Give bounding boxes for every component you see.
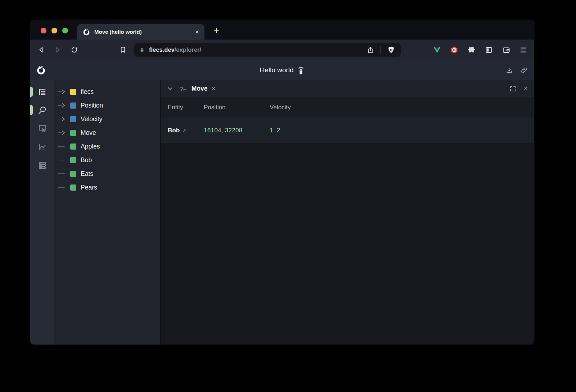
tree-item-label: Apples xyxy=(81,143,100,150)
entity-kind-swatch xyxy=(70,89,76,95)
navigation-bar: flecs.dev /explorer/ xyxy=(30,40,534,60)
column-header-velocity[interactable]: Velocity xyxy=(270,104,534,111)
brave-shield-icon[interactable] xyxy=(386,45,396,55)
table-row[interactable]: Bob ↗ 16104, 32208 1, 2 xyxy=(161,118,534,143)
zoom-window-button[interactable] xyxy=(62,28,68,33)
tree-item-label: Position xyxy=(81,102,103,109)
tree-item-label: Eats xyxy=(81,170,93,178)
tree-item[interactable]: Bob xyxy=(57,153,160,167)
entity-kind-swatch xyxy=(70,130,76,136)
panel-close-icon[interactable]: × xyxy=(524,85,528,92)
entity-kind-swatch xyxy=(70,116,76,122)
entity-kind-swatch xyxy=(70,143,76,150)
address-bar[interactable]: flecs.dev /explorer/ xyxy=(134,43,401,57)
browser-tab[interactable]: Move (hello world) × xyxy=(77,24,204,40)
tree-item[interactable]: Position xyxy=(57,99,160,112)
icon-sidebar xyxy=(30,80,54,345)
query-title: Move xyxy=(192,85,208,92)
tab-title: Move (hello world) xyxy=(94,29,195,35)
app-header: Hello world xyxy=(30,60,534,80)
expand-arrow-icon xyxy=(57,143,70,150)
entity-kind-swatch xyxy=(70,184,76,191)
url-path: /explorer/ xyxy=(175,46,201,53)
query-results-empty-area xyxy=(161,143,534,345)
entity-kind-swatch xyxy=(70,102,76,109)
browser-window: Move (hello world) × + flecs.dev xyxy=(30,20,534,345)
tab-strip: Move (hello world) × + xyxy=(30,20,534,40)
expand-arrow-icon[interactable] xyxy=(57,102,70,109)
app-content: flecs Position Velocity xyxy=(30,80,534,345)
sidebar-item-tree[interactable] xyxy=(30,84,54,100)
expand-arrow-icon xyxy=(57,184,70,191)
app-header-actions xyxy=(505,60,528,80)
entity-kind-swatch xyxy=(70,171,76,177)
column-header-position[interactable]: Position xyxy=(204,104,270,111)
remote-connection-icon xyxy=(297,66,305,75)
tree-item[interactable]: flecs xyxy=(57,85,160,99)
entity-link-arrow-icon[interactable]: ↗ xyxy=(182,128,186,133)
tree-item[interactable]: Eats xyxy=(57,167,160,181)
download-icon[interactable] xyxy=(505,67,513,74)
table-header-row: Entity Position Velocity xyxy=(161,97,534,118)
tree-item-label: Velocity xyxy=(81,115,102,123)
new-tab-button[interactable]: + xyxy=(212,25,221,36)
column-header-entity[interactable]: Entity xyxy=(168,104,204,111)
tree-item[interactable]: Move xyxy=(57,126,160,140)
fullscreen-icon[interactable] xyxy=(510,86,516,92)
tree-item[interactable]: Velocity xyxy=(57,112,160,126)
sidebar-panel-icon[interactable] xyxy=(484,45,494,55)
vue-devtools-icon[interactable] xyxy=(432,45,442,55)
tree-item[interactable]: Apples xyxy=(57,140,160,153)
wallet-icon[interactable] xyxy=(501,45,511,55)
tree-item[interactable]: Pears xyxy=(57,181,160,194)
query-panel-header: ?– Move × × xyxy=(161,80,534,97)
flecs-logo-icon xyxy=(36,65,46,75)
position-cell: 16104, 32208 xyxy=(204,127,270,134)
expand-arrow-icon[interactable] xyxy=(57,88,70,95)
window-controls xyxy=(41,28,68,33)
tree-item-label: Pears xyxy=(81,184,97,191)
bookmark-icon[interactable] xyxy=(118,45,128,55)
sidebar-item-chart[interactable] xyxy=(30,139,54,155)
forward-button[interactable] xyxy=(53,45,63,55)
tree-item-label: Bob xyxy=(81,156,92,164)
divider xyxy=(381,46,381,54)
app-title-group: Hello world xyxy=(260,60,305,80)
sidebar-item-search[interactable] xyxy=(30,102,54,118)
tree-item-label: Move xyxy=(81,129,96,137)
reload-button[interactable] xyxy=(69,45,79,55)
minimize-window-button[interactable] xyxy=(51,28,57,33)
expand-arrow-icon[interactable] xyxy=(57,116,70,122)
extensions-puzzle-icon[interactable] xyxy=(467,45,477,55)
tab-close-icon[interactable]: × xyxy=(195,28,199,35)
flecs-favicon-icon xyxy=(82,28,90,36)
menu-icon[interactable] xyxy=(518,45,528,55)
expand-arrow-icon[interactable] xyxy=(57,129,70,136)
sidebar-item-stats[interactable] xyxy=(30,157,54,173)
link-icon[interactable] xyxy=(520,67,528,74)
entity-name[interactable]: Bob xyxy=(168,127,180,134)
query-panel: ?– Move × × Entity Position Velocity Bob… xyxy=(160,80,534,345)
entity-kind-swatch xyxy=(70,157,76,163)
chevron-down-icon[interactable] xyxy=(167,86,173,92)
expand-arrow-icon xyxy=(57,170,70,177)
query-close-icon[interactable]: × xyxy=(211,85,215,92)
close-window-button[interactable] xyxy=(41,28,46,33)
sidebar-item-inspector[interactable] xyxy=(30,120,54,136)
share-icon[interactable] xyxy=(365,45,375,55)
expand-arrow-icon xyxy=(57,157,70,163)
hexagon-extension-icon[interactable] xyxy=(449,45,459,55)
entity-cell[interactable]: Bob ↗ xyxy=(168,127,204,134)
url-domain: flecs.dev xyxy=(149,46,175,53)
query-glyph: ?– xyxy=(180,86,187,92)
back-button[interactable] xyxy=(36,45,46,55)
app-title: Hello world xyxy=(260,66,294,74)
entity-tree-panel: flecs Position Velocity xyxy=(54,80,160,345)
lock-icon xyxy=(139,47,145,53)
tree-item-label: flecs xyxy=(81,88,94,96)
velocity-cell: 1, 2 xyxy=(270,127,534,134)
